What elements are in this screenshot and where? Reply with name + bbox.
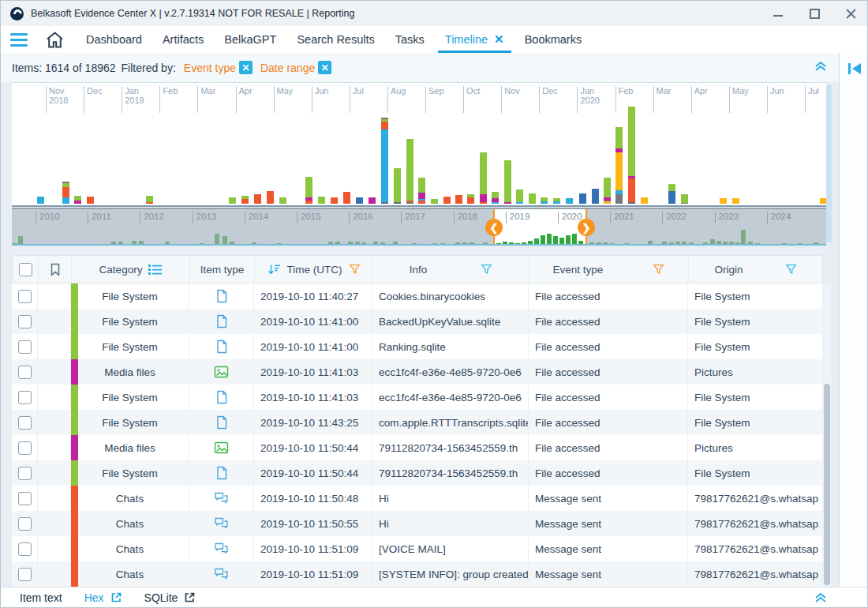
chart-scrollbar[interactable] xyxy=(826,84,832,242)
nav-item-label: Timeline xyxy=(445,33,488,46)
close-button[interactable] xyxy=(832,1,868,26)
row-checkbox[interactable] xyxy=(18,441,32,455)
year-tick: 2011 xyxy=(88,212,111,223)
close-tab-icon[interactable]: ✕ xyxy=(494,32,504,47)
header-category[interactable]: Category xyxy=(72,256,190,283)
detail-tab-hex[interactable]: Hex xyxy=(73,587,133,608)
table-row[interactable]: File System2019-10-10 11:41:03ecc1fc4f-e… xyxy=(12,385,823,410)
header-item-type[interactable]: Item type xyxy=(190,256,255,283)
nav-item-search-results[interactable]: Search Results xyxy=(286,26,384,53)
row-bookmark-cell[interactable] xyxy=(38,435,71,460)
filter-icon[interactable] xyxy=(785,264,797,276)
row-checkbox[interactable] xyxy=(18,467,32,480)
table-scrollbar-thumb[interactable] xyxy=(824,384,830,585)
maximize-button[interactable] xyxy=(796,1,832,26)
row-checkbox[interactable] xyxy=(18,340,32,354)
year-tick: 2023 xyxy=(715,212,739,223)
open-external-icon[interactable] xyxy=(184,591,196,603)
menu-button[interactable] xyxy=(10,33,28,47)
nav-item-bookmarks[interactable]: Bookmarks xyxy=(514,26,593,53)
histogram-bar-segment xyxy=(553,201,560,204)
row-checkbox[interactable] xyxy=(18,366,32,379)
table-row[interactable]: Chats2019-10-10 11:50:48HiMessage sent79… xyxy=(12,486,823,511)
row-checkbox[interactable] xyxy=(18,568,32,581)
detail-tab-sqlite[interactable]: SQLite xyxy=(133,587,208,608)
minimize-button[interactable] xyxy=(760,1,796,26)
row-bookmark-cell[interactable] xyxy=(38,410,71,435)
header-time[interactable]: Time (UTC) xyxy=(255,256,373,283)
open-external-icon[interactable] xyxy=(110,591,122,603)
filter-icon-active[interactable] xyxy=(653,264,664,276)
category-stripe xyxy=(71,410,78,435)
item-type-cell xyxy=(189,486,254,511)
double-chevron-up-icon xyxy=(814,591,828,604)
histogram-bar-segment xyxy=(62,197,69,204)
row-bookmark-cell[interactable] xyxy=(38,511,71,536)
select-all-checkbox[interactable] xyxy=(19,263,32,276)
row-checkbox[interactable] xyxy=(18,290,32,303)
home-button[interactable] xyxy=(45,31,65,49)
table-row[interactable]: File System2019-10-10 11:41:00BackedUpKe… xyxy=(12,309,823,334)
nav-item-belkagpt[interactable]: BelkaGPT xyxy=(214,26,286,53)
histogram-bar-segment xyxy=(732,198,739,204)
filter-icon[interactable] xyxy=(481,264,492,276)
event-type-cell: File accessed xyxy=(529,460,688,486)
remove-filter-icon[interactable]: ✕ xyxy=(239,61,253,74)
detail-tab-item-text[interactable]: Item text xyxy=(9,587,73,608)
filter-chip-label[interactable]: Date range xyxy=(260,62,315,74)
row-bookmark-cell[interactable] xyxy=(38,309,71,334)
range-handle-right[interactable]: ❯ xyxy=(578,219,595,236)
events-table: File System2019-10-10 11:40:27Cookies.bi… xyxy=(12,283,823,587)
histogram-bar-segment xyxy=(431,199,438,204)
header-origin[interactable]: Origin xyxy=(689,256,822,283)
row-bookmark-cell[interactable] xyxy=(38,536,71,561)
row-bookmark-cell[interactable] xyxy=(38,486,71,511)
timeline-range-selector[interactable]: 2010201120122013201420152016201720182019… xyxy=(12,208,826,246)
filter-chip-label[interactable]: Event type xyxy=(184,62,236,74)
table-row[interactable]: Chats2019-10-10 11:51:09[VOICE MAIL]Mess… xyxy=(12,536,823,561)
expand-panel-button[interactable] xyxy=(847,62,862,75)
table-row[interactable]: File System2019-10-10 11:41:00Ranking.sq… xyxy=(12,334,823,359)
row-checkbox[interactable] xyxy=(18,391,32,404)
expand-detail-button[interactable] xyxy=(814,591,828,606)
item-type-cell xyxy=(189,283,254,309)
table-row[interactable]: Chats2019-10-10 11:50:55HiMessage sent79… xyxy=(12,511,823,536)
column-chooser-icon[interactable] xyxy=(148,265,162,275)
histogram-plot xyxy=(12,84,826,205)
nav-item-tasks[interactable]: Tasks xyxy=(385,26,435,53)
row-bookmark-cell[interactable] xyxy=(38,460,71,486)
table-row[interactable]: Media files2019-10-10 11:41:03ecc1fc4f-e… xyxy=(12,359,823,385)
row-checkbox[interactable] xyxy=(18,416,32,430)
timeline-histogram[interactable]: Nov2018DecJan2019FebMarAprMayJunJulAugSe… xyxy=(12,82,826,207)
remove-filter-icon[interactable]: ✕ xyxy=(318,61,331,74)
row-checkbox[interactable] xyxy=(18,492,32,505)
table-row[interactable]: Media files2019-10-10 11:50:447911282073… xyxy=(12,435,823,460)
nav-item-label: Dashboard xyxy=(86,33,142,46)
collapse-timeline-button[interactable] xyxy=(814,60,828,75)
row-bookmark-cell[interactable] xyxy=(38,385,71,410)
header-event-type[interactable]: Event type xyxy=(529,256,689,283)
header-info[interactable]: Info xyxy=(373,256,529,283)
nav-item-label: Tasks xyxy=(395,33,425,46)
header-bookmark-column[interactable] xyxy=(39,256,72,283)
info-cell: 79112820734-1563452559.th xyxy=(372,435,529,460)
table-scrollbar[interactable] xyxy=(823,283,831,587)
row-bookmark-cell[interactable] xyxy=(38,561,71,587)
nav-item-timeline[interactable]: Timeline✕ xyxy=(435,26,514,53)
table-row[interactable]: File System2019-10-10 11:40:27Cookies.bi… xyxy=(12,283,823,309)
table-row[interactable]: Chats2019-10-10 11:51:09[SYSTEM INFO]: g… xyxy=(12,561,823,587)
filter-icon-active[interactable] xyxy=(349,264,361,276)
range-handle-left[interactable]: ❮ xyxy=(485,219,503,236)
row-bookmark-cell[interactable] xyxy=(38,359,71,385)
row-bookmark-cell[interactable] xyxy=(38,334,71,359)
row-checkbox[interactable] xyxy=(18,517,32,531)
row-bookmark-cell[interactable] xyxy=(38,283,71,309)
table-row[interactable]: File System2019-10-10 11:50:447911282073… xyxy=(12,460,823,486)
row-checkbox[interactable] xyxy=(18,315,32,328)
table-row[interactable]: File System2019-10-10 11:43:25com.apple.… xyxy=(12,410,823,435)
nav-item-dashboard[interactable]: Dashboard xyxy=(76,26,152,53)
histogram-bar-segment xyxy=(467,197,474,204)
row-checkbox[interactable] xyxy=(18,542,32,556)
chat-icon xyxy=(214,568,229,580)
nav-item-artifacts[interactable]: Artifacts xyxy=(152,26,214,53)
